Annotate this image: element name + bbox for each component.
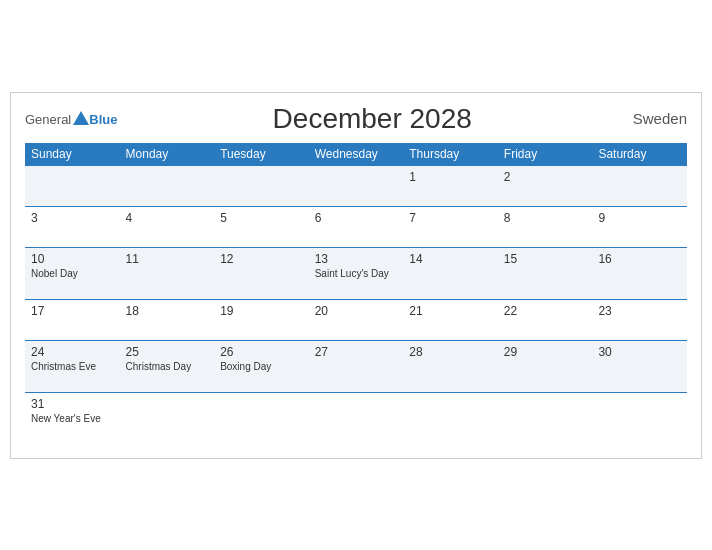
- calendar-cell: 29: [498, 340, 593, 392]
- calendar-cell: 7: [403, 206, 498, 247]
- calendar-week-row: 31New Year's Eve: [25, 392, 687, 444]
- calendar-cell: 31New Year's Eve: [25, 392, 120, 444]
- calendar-cell: 19: [214, 299, 309, 340]
- calendar-cell: 27: [309, 340, 404, 392]
- header-tuesday: Tuesday: [214, 143, 309, 166]
- day-number: 18: [126, 304, 209, 318]
- calendar-container: General Blue December 2028 Sweden Sunday…: [10, 92, 702, 459]
- calendar-cell: [498, 392, 593, 444]
- header-friday: Friday: [498, 143, 593, 166]
- calendar-cell: 15: [498, 247, 593, 299]
- calendar-title: December 2028: [117, 103, 627, 135]
- day-number: 3: [31, 211, 114, 225]
- calendar-week-row: 10Nobel Day111213Saint Lucy's Day141516: [25, 247, 687, 299]
- logo-blue-text: Blue: [89, 113, 117, 126]
- days-header-row: Sunday Monday Tuesday Wednesday Thursday…: [25, 143, 687, 166]
- day-number: 20: [315, 304, 398, 318]
- header-monday: Monday: [120, 143, 215, 166]
- logo-general-text: General: [25, 113, 71, 126]
- calendar-week-row: 3456789: [25, 206, 687, 247]
- header-thursday: Thursday: [403, 143, 498, 166]
- calendar-cell: 28: [403, 340, 498, 392]
- calendar-cell: 18: [120, 299, 215, 340]
- calendar-cell: 16: [592, 247, 687, 299]
- holiday-label: Christmas Day: [126, 361, 209, 372]
- day-number: 31: [31, 397, 114, 411]
- day-number: 16: [598, 252, 681, 266]
- calendar-cell: 14: [403, 247, 498, 299]
- day-number: 28: [409, 345, 492, 359]
- calendar-week-row: 12: [25, 165, 687, 206]
- day-number: 7: [409, 211, 492, 225]
- day-number: 11: [126, 252, 209, 266]
- calendar-cell: 11: [120, 247, 215, 299]
- day-number: 14: [409, 252, 492, 266]
- day-number: 15: [504, 252, 587, 266]
- day-number: 21: [409, 304, 492, 318]
- day-number: 27: [315, 345, 398, 359]
- calendar-cell: [309, 165, 404, 206]
- day-number: 23: [598, 304, 681, 318]
- calendar-cell: 6: [309, 206, 404, 247]
- day-number: 25: [126, 345, 209, 359]
- calendar-cell: [309, 392, 404, 444]
- holiday-label: Saint Lucy's Day: [315, 268, 398, 279]
- day-number: 19: [220, 304, 303, 318]
- calendar-cell: 1: [403, 165, 498, 206]
- calendar-cell: [592, 392, 687, 444]
- day-number: 13: [315, 252, 398, 266]
- logo: General Blue: [25, 111, 117, 126]
- holiday-label: Nobel Day: [31, 268, 114, 279]
- calendar-cell: [592, 165, 687, 206]
- calendar-cell: [120, 392, 215, 444]
- holiday-label: Christmas Eve: [31, 361, 114, 372]
- calendar-cell: [403, 392, 498, 444]
- day-number: 2: [504, 170, 587, 184]
- day-number: 1: [409, 170, 492, 184]
- calendar-cell: [25, 165, 120, 206]
- calendar-week-row: 24Christmas Eve25Christmas Day26Boxing D…: [25, 340, 687, 392]
- calendar-cell: 5: [214, 206, 309, 247]
- header-sunday: Sunday: [25, 143, 120, 166]
- calendar-cell: [214, 165, 309, 206]
- calendar-header: General Blue December 2028 Sweden: [25, 103, 687, 135]
- day-number: 10: [31, 252, 114, 266]
- calendar-cell: 20: [309, 299, 404, 340]
- day-number: 8: [504, 211, 587, 225]
- calendar-cell: 2: [498, 165, 593, 206]
- calendar-cell: [214, 392, 309, 444]
- day-number: 26: [220, 345, 303, 359]
- calendar-cell: 13Saint Lucy's Day: [309, 247, 404, 299]
- header-saturday: Saturday: [592, 143, 687, 166]
- calendar-grid: Sunday Monday Tuesday Wednesday Thursday…: [25, 143, 687, 444]
- day-number: 9: [598, 211, 681, 225]
- holiday-label: Boxing Day: [220, 361, 303, 372]
- holiday-label: New Year's Eve: [31, 413, 114, 424]
- day-number: 6: [315, 211, 398, 225]
- day-number: 12: [220, 252, 303, 266]
- day-number: 29: [504, 345, 587, 359]
- calendar-cell: 30: [592, 340, 687, 392]
- day-number: 5: [220, 211, 303, 225]
- calendar-cell: 21: [403, 299, 498, 340]
- calendar-cell: 22: [498, 299, 593, 340]
- calendar-cell: [120, 165, 215, 206]
- day-number: 30: [598, 345, 681, 359]
- header-wednesday: Wednesday: [309, 143, 404, 166]
- day-number: 22: [504, 304, 587, 318]
- calendar-cell: 17: [25, 299, 120, 340]
- calendar-cell: 23: [592, 299, 687, 340]
- day-number: 17: [31, 304, 114, 318]
- day-number: 4: [126, 211, 209, 225]
- calendar-cell: 4: [120, 206, 215, 247]
- calendar-cell: 3: [25, 206, 120, 247]
- calendar-cell: 8: [498, 206, 593, 247]
- calendar-cell: 24Christmas Eve: [25, 340, 120, 392]
- calendar-cell: 12: [214, 247, 309, 299]
- calendar-cell: 9: [592, 206, 687, 247]
- calendar-cell: 10Nobel Day: [25, 247, 120, 299]
- calendar-week-row: 17181920212223: [25, 299, 687, 340]
- day-number: 24: [31, 345, 114, 359]
- calendar-cell: 25Christmas Day: [120, 340, 215, 392]
- country-label: Sweden: [627, 110, 687, 127]
